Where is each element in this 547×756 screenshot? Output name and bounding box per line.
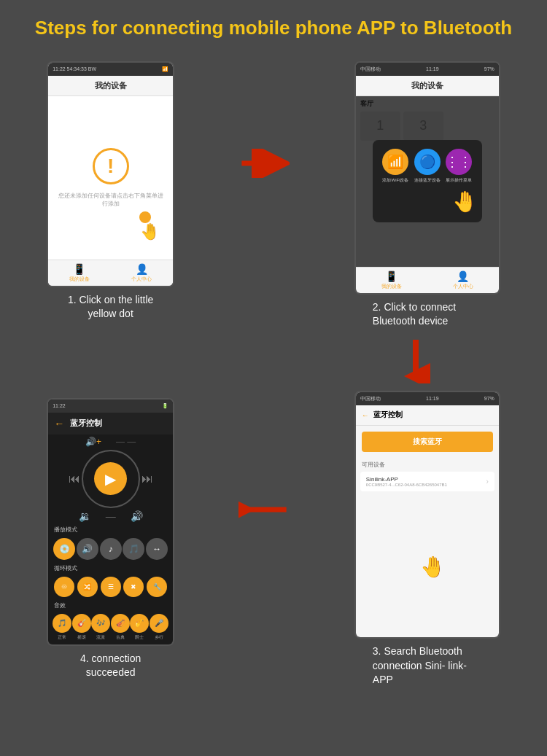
step2-titlebar: 我的设备 [356,76,499,96]
step3-statusbar: 中国移动 11:19 97% [356,392,499,405]
step3-connect-btn[interactable]: 搜索蓝牙 [362,432,493,452]
popup-overlay: 📶 添加WiFi设备 🔵 连接蓝牙设备 ⋮⋮ [356,96,499,267]
step4-indicators: 🔊+ — — [48,434,173,449]
step4-sound-label: 音效 [48,599,173,612]
step4-appbar: ← 蓝牙控制 [48,413,173,434]
step4-mode-label: 播放模式 [48,523,173,536]
step4-eq-label: 循环模式 [48,562,173,574]
step2-bottombar: 📱 我的设备 👤 个人中心 [356,267,499,293]
empty-device-icon: ! [93,148,129,184]
step3-label: 3. Search Bluetooth connection Sini- lin… [373,644,482,687]
popup-box: 📶 添加WiFi设备 🔵 连接蓝牙设备 ⋮⋮ [373,140,482,222]
popup-bluetooth: 🔵 连接蓝牙设备 [414,149,441,184]
step1-statusbar: 11:22 54:34:33 BW 📶 [48,63,173,76]
step4-vol: 🔉 — 🔊 [48,509,173,523]
step1-titlebar: 我的设备 [48,76,173,96]
hand-cursor-step1: 🤚 [140,222,160,241]
step2-statusbar: 中国移动 11:19 97% [356,63,499,76]
step4-circle-control: ⏮ ▶ ⏭ [48,449,173,509]
empty-device-text: 您还未添加任何设备请点击右下角菜单进行添加 [48,192,173,208]
arrow-step1-to-step2 [238,149,290,178]
popup-wifi: 📶 添加WiFi设备 [382,149,408,184]
page-title: Steps for connecting mobile phone APP to… [0,0,547,54]
step2-phone: 中国移动 11:19 97% 我的设备 客厅 1 3 [354,61,500,295]
popup-more: ⋮⋮ 展示操作菜单 [446,149,472,184]
hand-cursor-step2: 🤚 [418,190,499,214]
step4-sound-row: 🎵 正常 🎸 摇滚 🎶 流派 [48,612,173,644]
step4-label: 4. connection succeeded [56,652,166,680]
step2-label: 2. Click to connect Bluetooth device [373,300,482,329]
arrow-step2-to-step3 [15,336,532,383]
hand-cursor-step3: 🤚 [420,555,446,579]
step4-statusbar: 11:22 🔋 [48,400,173,413]
step3-device-section: 可用设备 [356,458,499,472]
step4-eq-row: ♾ 🔀 ☰ ✖ 🔧 [48,574,173,599]
step1-bottombar: 📱 我的设备 👤 个人中心 [48,260,173,286]
step3-titlebar: ← 蓝牙控制 [356,405,499,426]
step3-device-item: Sinilink-APP 0CC9B527-4...C62-04A8-6CB42… [360,472,494,491]
step3-phone: 中国移动 11:19 97% ← 蓝牙控制 搜索蓝牙 可用设备 Sinil [354,391,500,639]
step4-mode-row: 💿 🔊 ♪ 🎵 ↔ [48,536,173,562]
step1-label: 1. Click on the little yellow dot [56,293,166,322]
arrow-step3-to-step4 [238,495,290,524]
step1-phone: 11:22 54:34:33 BW 📶 我的设备 ! 您还未添加任何设备请点击右… [47,61,174,287]
yellow-dot [139,211,151,223]
step4-phone: 11:22 🔋 ← 蓝牙控制 🔊+ — — ⏮ ▶ [47,398,174,646]
